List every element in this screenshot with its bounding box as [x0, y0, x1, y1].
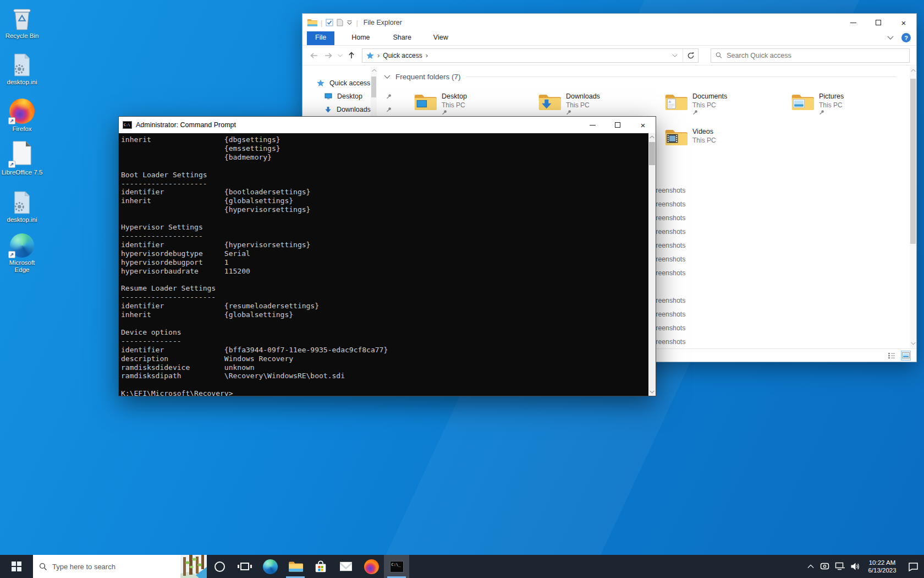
minimize-button[interactable] [840, 14, 866, 31]
desktop-icon-label: desktop.ini [1, 79, 43, 86]
edge-icon [263, 559, 278, 574]
ribbon-collapse-icon[interactable] [887, 36, 894, 40]
collapse-section-icon[interactable] [384, 75, 391, 79]
nav-scrollbar[interactable] [371, 67, 377, 119]
taskbar-firefox-button[interactable] [359, 555, 384, 578]
folder-icon: A [664, 92, 688, 112]
desktop-icon-edge[interactable]: ↗ Microsoft Edge [1, 231, 43, 274]
task-view-icon [240, 563, 249, 570]
content-scrollbar[interactable] [910, 67, 916, 347]
maximize-button[interactable] [605, 117, 630, 133]
folder-tile-videos[interactable]: Videos This PC [664, 127, 783, 156]
folder-tile-documents[interactable]: A Documents This PC [664, 92, 783, 121]
cmd-icon: C:\_ [390, 561, 404, 572]
maximize-button[interactable] [866, 14, 891, 31]
scroll-up-icon[interactable] [910, 67, 916, 74]
cmd-titlebar[interactable]: C:\ Administrator: Command Prompt × [119, 117, 656, 133]
tab-share[interactable]: Share [385, 31, 420, 45]
refresh-icon[interactable] [683, 49, 698, 62]
tray-chevron-icon[interactable] [803, 555, 818, 578]
folder-icon [791, 92, 814, 112]
scroll-up-icon[interactable] [371, 67, 377, 74]
pin-icon [386, 107, 392, 112]
search-icon [716, 52, 722, 59]
desktop-icon-firefox[interactable]: ↗ Firefox [1, 97, 43, 133]
details-view-icon[interactable] [887, 351, 897, 361]
tab-file[interactable]: File [307, 31, 334, 45]
meet-now-icon[interactable] [818, 555, 833, 578]
desktop-icon-libreoffice[interactable]: ↗ LibreOffice 7.5 [1, 141, 43, 176]
minimize-button[interactable] [580, 117, 605, 133]
ini-file-icon [1, 51, 43, 77]
desktop-icon-desktop-ini-2[interactable]: desktop.ini [1, 188, 43, 223]
cmd-scrollbar[interactable] [648, 133, 656, 396]
frequent-folders-heading[interactable]: Frequent folders (7) [384, 73, 897, 81]
scroll-down-icon[interactable] [648, 388, 656, 396]
desktop-icon-label: Firefox [1, 126, 43, 133]
desktop-icon-recycle-bin[interactable]: Recycle Bin [1, 4, 43, 40]
network-icon[interactable] [833, 555, 848, 578]
recent-locations-icon[interactable] [336, 48, 344, 63]
customize-quick-access-toolbar-icon[interactable] [346, 20, 353, 25]
taskbar-edge-button[interactable] [257, 555, 283, 578]
address-dropdown-icon[interactable] [667, 49, 683, 62]
content-scrollbar-thumb[interactable] [910, 79, 916, 244]
sidebar-item-desktop[interactable]: Desktop [324, 90, 377, 103]
close-button[interactable]: × [630, 117, 656, 133]
desktop-icon-label: LibreOffice 7.5 [1, 169, 43, 176]
tab-view[interactable]: View [425, 31, 457, 45]
command-prompt-window: C:\ Administrator: Command Prompt × inhe… [118, 116, 656, 396]
taskbar-mail-button[interactable] [333, 555, 359, 578]
sidebar-item-quick-access[interactable]: Quick access [317, 77, 377, 90]
pin-icon [386, 94, 392, 99]
cmd-icon: C:\ [123, 121, 132, 129]
taskbar-search-box[interactable] [33, 555, 180, 578]
clock-time: 10:22 AM [862, 559, 902, 566]
cmd-console[interactable]: inherit {dbgsettings} {emssettings} {bad… [119, 133, 656, 396]
shortcut-arrow-icon: ↗ [8, 117, 15, 124]
desktop-icon-desktop-ini-1[interactable]: desktop.ini [1, 51, 43, 86]
address-bar[interactable]: › Quick access › [362, 48, 698, 63]
news-widget[interactable] [180, 555, 207, 578]
up-icon[interactable] [344, 48, 359, 63]
start-button[interactable] [0, 555, 33, 578]
taskbar-task-view-button[interactable] [232, 555, 257, 578]
pin-icon [566, 110, 571, 115]
taskbar-file-explorer-button[interactable] [283, 555, 308, 578]
forward-icon[interactable] [321, 48, 336, 63]
quick-access-star-icon [366, 52, 374, 59]
taskbar-clock[interactable]: 10:22 AM 6/13/2023 [862, 559, 902, 574]
sidebar-item-downloads[interactable]: Downloads [324, 103, 377, 116]
cmd-scrollbar-thumb[interactable] [649, 142, 655, 165]
taskbar-store-button[interactable] [308, 555, 333, 578]
tab-home[interactable]: Home [343, 31, 378, 45]
search-icon [39, 563, 47, 571]
back-icon[interactable] [307, 48, 321, 63]
explorer-search-input[interactable] [727, 52, 905, 59]
thumbnail-view-icon[interactable] [901, 351, 911, 361]
properties-icon[interactable] [326, 19, 333, 26]
taskbar-search-input[interactable] [52, 563, 174, 571]
taskbar-cortana-button[interactable] [207, 555, 232, 578]
help-icon[interactable]: ? [901, 33, 911, 42]
file-explorer-icon [288, 560, 303, 572]
explorer-search-box[interactable] [711, 48, 910, 63]
heading-rule [466, 77, 897, 77]
scroll-up-icon[interactable] [648, 133, 656, 141]
cmd-window-title: Administrator: Command Prompt [136, 121, 236, 129]
widget-illustration-icon [180, 555, 207, 578]
explorer-titlebar[interactable]: | | File Explorer × [302, 14, 916, 31]
breadcrumb-separator: › [377, 51, 380, 59]
desktop-icon-label: desktop.ini [1, 216, 43, 223]
speaker-icon[interactable] [848, 555, 862, 578]
desktop-icon-label: Recycle Bin [1, 32, 43, 40]
breadcrumb-location[interactable]: Quick access [383, 52, 422, 59]
scroll-down-icon[interactable] [910, 340, 916, 347]
close-button[interactable]: × [891, 14, 916, 31]
nav-scrollbar-thumb[interactable] [371, 77, 376, 97]
pin-icon [442, 110, 447, 115]
folder-tile-pictures[interactable]: Pictures This PC [791, 92, 909, 121]
new-folder-icon[interactable] [337, 19, 343, 26]
taskbar-cmd-button[interactable]: C:\_ [384, 555, 409, 578]
action-center-icon[interactable] [902, 555, 924, 578]
